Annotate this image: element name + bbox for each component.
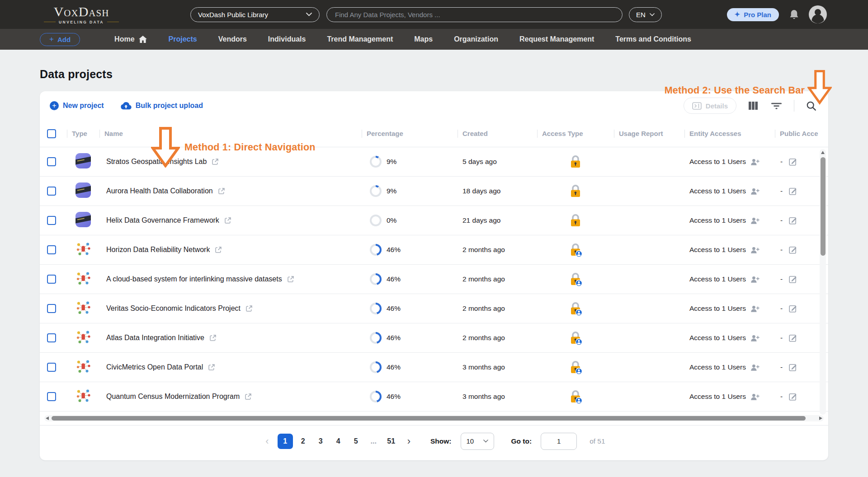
add-user-icon[interactable] [750, 334, 760, 342]
next-page-button[interactable]: › [405, 435, 413, 447]
project-name-link[interactable]: Horizon Data Reliability Network [106, 246, 210, 254]
row-checkbox[interactable] [47, 157, 56, 166]
row-checkbox[interactable] [47, 187, 56, 196]
page-button-4[interactable]: 4 [330, 434, 347, 449]
scroll-right-arrow[interactable] [819, 416, 822, 420]
pro-plan-button[interactable]: ✦ Pro Plan [727, 8, 779, 21]
page-size-select[interactable]: 10 [461, 433, 494, 450]
external-link-icon[interactable] [224, 217, 231, 224]
scroll-up-arrow[interactable] [821, 151, 825, 154]
project-name-link[interactable]: CivicMetrics Open Data Portal [106, 363, 203, 371]
add-user-icon[interactable] [750, 305, 760, 313]
nav-item-maps[interactable]: Maps [414, 35, 433, 43]
row-checkbox[interactable] [47, 333, 56, 342]
new-project-button[interactable]: + New project [50, 101, 104, 110]
table-row[interactable]: Horizon Data Reliability Network 46% 2 m… [40, 235, 828, 265]
global-search-input[interactable] [335, 11, 614, 19]
user-avatar[interactable] [808, 5, 827, 24]
details-button[interactable]: Details [684, 98, 736, 114]
row-checkbox[interactable] [47, 216, 56, 225]
row-checkbox[interactable] [47, 304, 56, 313]
page-button-2[interactable]: 2 [294, 434, 312, 449]
edit-icon[interactable] [789, 187, 797, 195]
library-selector[interactable]: VoxDash Public Library [190, 7, 320, 22]
nav-item-organization[interactable]: Organization [454, 35, 498, 43]
project-name-link[interactable]: Quantum Census Modernization Program [106, 393, 240, 401]
table-row[interactable]: Atlas Data Integration Initiative 46% 2 … [40, 323, 828, 353]
column-header-created[interactable]: Created [458, 120, 537, 147]
nav-item-request-management[interactable]: Request Management [519, 35, 594, 43]
edit-icon[interactable] [789, 275, 797, 283]
column-header-access-type[interactable]: Access Type [537, 120, 614, 147]
row-checkbox[interactable] [47, 275, 56, 284]
nav-item-terms-and-conditions[interactable]: Terms and Conditions [615, 35, 691, 43]
nav-item-home[interactable]: Home [114, 35, 147, 43]
external-link-icon[interactable] [209, 334, 217, 341]
add-button[interactable]: + Add [40, 33, 80, 46]
nav-item-trend-management[interactable]: Trend Management [327, 35, 393, 43]
goto-page-input[interactable] [541, 433, 577, 450]
edit-icon[interactable] [789, 334, 797, 342]
add-user-icon[interactable] [750, 393, 760, 401]
horizontal-scrollbar-thumb[interactable] [52, 416, 806, 421]
project-name-link[interactable]: Helix Data Governance Framework [106, 216, 219, 224]
edit-icon[interactable] [789, 363, 797, 371]
table-row[interactable]: Quantum Census Modernization Program 46%… [40, 382, 828, 412]
vertical-scrollbar[interactable] [820, 149, 826, 415]
external-link-icon[interactable] [245, 305, 253, 312]
add-user-icon[interactable] [750, 187, 760, 195]
nav-item-projects[interactable]: Projects [169, 35, 197, 43]
project-name-link[interactable]: Aurora Health Data Collaboration [106, 187, 213, 195]
table-row[interactable]: A cloud-based system for interlinking ma… [40, 265, 828, 294]
external-link-icon[interactable] [218, 187, 225, 195]
add-user-icon[interactable] [750, 158, 760, 166]
edit-icon[interactable] [789, 158, 797, 166]
row-checkbox[interactable] [47, 392, 56, 401]
nav-item-vendors[interactable]: Vendors [218, 35, 247, 43]
column-header-public-access[interactable]: Public Acce [775, 120, 828, 147]
external-link-icon[interactable] [212, 158, 219, 165]
column-header-percentage[interactable]: Percentage [362, 120, 458, 147]
row-checkbox[interactable] [47, 363, 56, 372]
notifications-bell-icon[interactable] [789, 9, 799, 20]
scroll-left-arrow[interactable] [46, 416, 49, 420]
external-link-icon[interactable] [215, 246, 222, 253]
add-user-icon[interactable] [750, 276, 760, 283]
bulk-upload-button[interactable]: Bulk project upload [120, 102, 203, 110]
add-user-icon[interactable] [750, 217, 760, 224]
table-row[interactable]: Helix Data Governance Framework 0% 21 da… [40, 206, 828, 235]
add-user-icon[interactable] [750, 246, 760, 254]
brand-logo[interactable]: VoxDash UNVELING DATA [38, 5, 124, 24]
edit-icon[interactable] [789, 246, 797, 254]
previous-page-button[interactable]: ‹ [263, 435, 271, 447]
project-name-link[interactable]: Atlas Data Integration Initiative [106, 334, 204, 342]
edit-icon[interactable] [789, 393, 797, 401]
horizontal-scrollbar[interactable] [44, 415, 824, 421]
nav-item-individuals[interactable]: Individuals [268, 35, 306, 43]
column-header-type[interactable]: Type [67, 120, 99, 147]
column-header-usage-report[interactable]: Usage Report [614, 120, 684, 147]
select-all-checkbox[interactable] [47, 129, 56, 138]
filter-icon[interactable] [770, 101, 783, 111]
columns-icon[interactable] [747, 100, 759, 111]
project-name-link[interactable]: A cloud-based system for interlinking ma… [106, 275, 282, 283]
row-checkbox[interactable] [47, 245, 56, 254]
page-button-1[interactable]: 1 [278, 434, 293, 449]
edit-icon[interactable] [789, 216, 797, 224]
edit-icon[interactable] [789, 304, 797, 313]
page-button-5[interactable]: 5 [347, 434, 365, 449]
page-button-51[interactable]: 51 [382, 434, 400, 449]
add-user-icon[interactable] [750, 364, 760, 371]
table-row[interactable]: CivicMetrics Open Data Portal 46% 3 mont… [40, 353, 828, 382]
table-row[interactable]: Aurora Health Data Collaboration 9% 18 d… [40, 177, 828, 206]
column-header-entity-accesses[interactable]: Entity Accesses [684, 120, 775, 147]
external-link-icon[interactable] [245, 393, 252, 400]
project-name-link[interactable]: Veritas Socio-Economic Indicators Projec… [106, 304, 241, 313]
table-row[interactable]: Veritas Socio-Economic Indicators Projec… [40, 294, 828, 323]
vertical-scrollbar-thumb[interactable] [821, 157, 826, 256]
page-button-3[interactable]: 3 [312, 434, 330, 449]
external-link-icon[interactable] [208, 364, 215, 371]
external-link-icon[interactable] [287, 276, 294, 283]
language-selector[interactable]: EN [629, 7, 662, 22]
entity-access-label: Access to 1 Users [689, 216, 746, 224]
